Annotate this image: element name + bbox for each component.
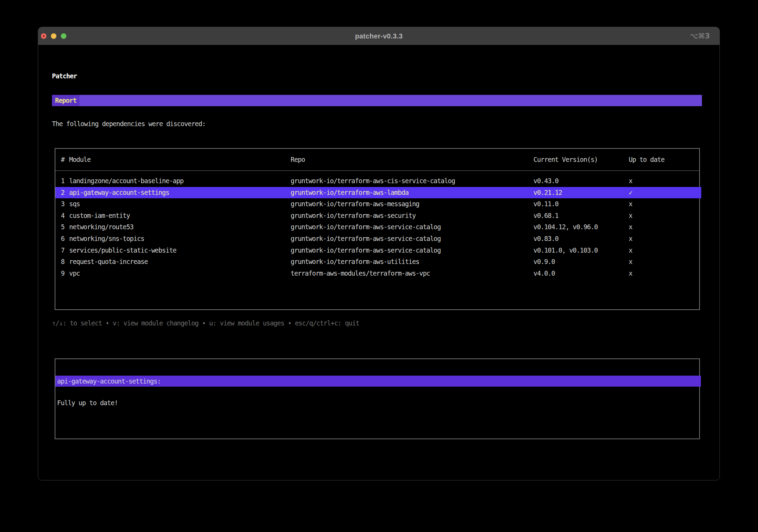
row-repo: gruntwork-io/terraform-aws-messaging bbox=[291, 198, 533, 210]
row-repo: gruntwork-io/terraform-aws-cis-service-c… bbox=[291, 175, 533, 187]
row-up-to-date-mark: ✓ bbox=[629, 187, 701, 199]
row-up-to-date-mark: x bbox=[629, 175, 699, 187]
row-versions: v4.0.0 bbox=[533, 268, 629, 279]
report-banner: Report bbox=[52, 95, 702, 106]
table-row[interactable]: 6 networking/sns-topics gruntwork-io/ter… bbox=[55, 233, 699, 245]
row-repo: gruntwork-io/terraform-aws-lambda bbox=[291, 187, 533, 199]
row-number: 9 bbox=[61, 268, 69, 279]
window-title: patcher-v0.3.3 bbox=[38, 27, 719, 45]
module-detail-panel: api-gateway-account-settings: Fully up t… bbox=[55, 358, 700, 439]
column-header-repo: Repo bbox=[291, 154, 533, 165]
row-up-to-date-mark: x bbox=[629, 221, 699, 233]
row-versions: v0.101.0, v0.103.0 bbox=[533, 245, 629, 256]
tab-report[interactable]: Report bbox=[52, 95, 79, 106]
table-rows: 1 landingzone/account-baseline-app grunt… bbox=[55, 175, 699, 279]
keyboard-help-text: ↑/↓: to select • v: view module changelo… bbox=[52, 318, 359, 328]
window-shortcut-badge: ⌥⌘3 bbox=[690, 27, 710, 45]
dependencies-table: # Module Repo Current Version(s) Up to d… bbox=[55, 148, 700, 310]
row-module: networking/sns-topics bbox=[69, 233, 291, 245]
table-row[interactable]: 9 vpc terraform-aws-modules/terraform-aw… bbox=[55, 268, 699, 279]
title-bar[interactable]: patcher-v0.3.3 ⌥⌘3 bbox=[38, 27, 719, 45]
detail-status-text: Fully up to date! bbox=[57, 398, 118, 408]
table-row[interactable]: 7 services/public-static-website gruntwo… bbox=[55, 245, 699, 256]
row-number: 3 bbox=[61, 198, 69, 210]
row-module: request-quota-increase bbox=[69, 256, 291, 268]
row-number: 4 bbox=[61, 210, 69, 222]
column-header-module: Module bbox=[69, 154, 291, 165]
row-up-to-date-mark: x bbox=[629, 198, 699, 210]
row-module: networking/route53 bbox=[69, 221, 291, 233]
row-versions: v0.11.0 bbox=[533, 198, 629, 210]
row-module: vpc bbox=[69, 268, 291, 279]
row-up-to-date-mark: x bbox=[629, 233, 699, 245]
row-repo: gruntwork-io/terraform-aws-utilities bbox=[291, 256, 533, 268]
row-repo: gruntwork-io/terraform-aws-security bbox=[291, 210, 533, 222]
row-versions: v0.68.1 bbox=[533, 210, 629, 222]
detail-title-highlight: api-gateway-account-settings: bbox=[55, 376, 701, 387]
row-up-to-date-mark: x bbox=[629, 210, 699, 222]
table-row[interactable]: 5 networking/route53 gruntwork-io/terraf… bbox=[55, 221, 699, 233]
row-number: 5 bbox=[61, 221, 69, 233]
table-row[interactable]: 1 landingzone/account-baseline-app grunt… bbox=[55, 175, 699, 187]
row-versions: v0.21.12 bbox=[533, 187, 629, 199]
row-number: 6 bbox=[61, 233, 69, 245]
column-header-up-to-date: Up to date bbox=[629, 154, 699, 165]
row-module: custom-iam-entity bbox=[69, 210, 291, 222]
row-number: 8 bbox=[61, 256, 69, 268]
column-header-versions: Current Version(s) bbox=[533, 154, 629, 165]
table-row[interactable]: 4 custom-iam-entity gruntwork-io/terrafo… bbox=[55, 210, 699, 222]
row-versions: v0.104.12, v0.96.0 bbox=[533, 221, 629, 233]
row-versions: v0.9.0 bbox=[533, 256, 629, 268]
row-up-to-date-mark: x bbox=[629, 268, 699, 279]
column-header-num: # bbox=[61, 154, 69, 165]
row-repo: gruntwork-io/terraform-aws-service-catal… bbox=[291, 233, 533, 245]
page-title: Patcher bbox=[52, 71, 77, 81]
table-row[interactable]: 3 sqs gruntwork-io/terraform-aws-messagi… bbox=[55, 198, 699, 210]
row-versions: v0.43.0 bbox=[533, 175, 629, 187]
row-up-to-date-mark: x bbox=[629, 256, 699, 268]
row-versions: v0.83.0 bbox=[533, 233, 629, 245]
row-module: sqs bbox=[69, 198, 291, 210]
row-repo: gruntwork-io/terraform-aws-service-catal… bbox=[291, 221, 533, 233]
row-repo: terraform-aws-modules/terraform-aws-vpc bbox=[291, 268, 533, 279]
table-row[interactable]: 2 api-gateway-account-settings gruntwork… bbox=[55, 187, 701, 199]
table-header: # Module Repo Current Version(s) Up to d… bbox=[55, 154, 699, 165]
row-number: 1 bbox=[61, 175, 69, 187]
row-module: api-gateway-account-settings bbox=[69, 187, 291, 199]
intro-text: The following dependencies were discover… bbox=[52, 119, 206, 129]
table-row[interactable]: 8 request-quota-increase gruntwork-io/te… bbox=[55, 256, 699, 268]
header-separator bbox=[55, 170, 699, 171]
row-up-to-date-mark: x bbox=[629, 245, 699, 256]
row-module: landingzone/account-baseline-app bbox=[69, 175, 291, 187]
row-module: services/public-static-website bbox=[69, 245, 291, 256]
row-repo: gruntwork-io/terraform-aws-service-catal… bbox=[291, 245, 533, 256]
row-number: 2 bbox=[61, 187, 69, 199]
row-number: 7 bbox=[61, 245, 69, 256]
app-window: patcher-v0.3.3 ⌥⌘3 Patcher Report The fo… bbox=[38, 27, 720, 480]
